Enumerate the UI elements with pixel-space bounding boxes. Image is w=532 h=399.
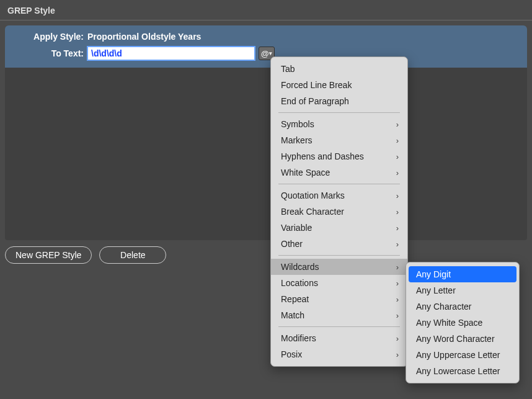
menu-item-end-of-paragraph[interactable]: End of Paragraph bbox=[271, 93, 407, 109]
menu-label: Hyphens and Dashes bbox=[281, 151, 364, 161]
new-grep-style-button[interactable]: New GREP Style bbox=[5, 246, 92, 264]
wildcards-submenu[interactable]: Any Digit Any Letter Any Character Any W… bbox=[406, 262, 520, 383]
menu-item-break-character[interactable]: Break Character› bbox=[271, 204, 407, 220]
submenu-item-any-letter[interactable]: Any Letter bbox=[406, 282, 519, 298]
menu-item-repeat[interactable]: Repeat› bbox=[271, 291, 407, 307]
menu-separator bbox=[278, 112, 400, 113]
menu-label: Any Letter bbox=[416, 285, 456, 295]
menu-label: Quotation Marks bbox=[281, 191, 345, 200]
chevron-right-icon: › bbox=[396, 120, 399, 129]
apply-style-value[interactable]: Proportional Oldstyle Years bbox=[87, 32, 201, 42]
menu-label: White Space bbox=[281, 168, 330, 177]
apply-style-label: Apply Style: bbox=[12, 32, 84, 42]
menu-label: Repeat bbox=[281, 294, 309, 304]
grep-style-entry[interactable]: Apply Style: Proportional Oldstyle Years… bbox=[5, 25, 527, 68]
menu-separator bbox=[278, 255, 400, 256]
menu-separator bbox=[278, 326, 400, 327]
to-text-label: To Text: bbox=[12, 48, 84, 58]
chevron-right-icon: › bbox=[396, 279, 399, 288]
menu-label: Forced Line Break bbox=[281, 80, 352, 90]
panel-title: GREP Style bbox=[0, 0, 532, 20]
chevron-right-icon: › bbox=[396, 311, 399, 320]
menu-label: Match bbox=[281, 310, 304, 320]
menu-label: Tab bbox=[281, 64, 295, 74]
menu-label: Other bbox=[281, 239, 303, 249]
menu-item-tab[interactable]: Tab bbox=[271, 61, 407, 77]
menu-item-markers[interactable]: Markers› bbox=[271, 132, 407, 148]
menu-label: Variable bbox=[281, 223, 312, 233]
chevron-right-icon: › bbox=[396, 168, 399, 177]
chevron-right-icon: › bbox=[396, 207, 399, 217]
submenu-item-any-lowercase-letter[interactable]: Any Lowercase Letter bbox=[406, 363, 519, 379]
delete-button[interactable]: Delete bbox=[99, 246, 166, 264]
submenu-item-any-word-character[interactable]: Any Word Character bbox=[406, 331, 519, 347]
menu-label: Any Lowercase Letter bbox=[416, 366, 500, 376]
chevron-right-icon: › bbox=[396, 191, 399, 200]
menu-label: Any Digit bbox=[416, 269, 451, 279]
chevron-right-icon: › bbox=[396, 223, 399, 233]
submenu-item-any-character[interactable]: Any Character bbox=[406, 298, 519, 315]
submenu-item-any-white-space[interactable]: Any White Space bbox=[406, 315, 519, 331]
at-icon: @ bbox=[261, 49, 269, 58]
menu-item-match[interactable]: Match› bbox=[271, 307, 407, 323]
menu-item-forced-line-break[interactable]: Forced Line Break bbox=[271, 77, 407, 93]
menu-item-white-space[interactable]: White Space› bbox=[271, 164, 407, 181]
menu-item-symbols[interactable]: Symbols› bbox=[271, 116, 407, 132]
chevron-right-icon: › bbox=[396, 136, 399, 145]
chevron-right-icon: › bbox=[396, 262, 399, 272]
menu-label: Any Word Character bbox=[416, 334, 495, 344]
menu-item-modifiers[interactable]: Modifiers› bbox=[271, 330, 407, 346]
menu-item-quotation-marks[interactable]: Quotation Marks› bbox=[271, 187, 407, 204]
chevron-right-icon: › bbox=[396, 240, 399, 249]
chevron-down-icon: ▾ bbox=[269, 50, 272, 56]
menu-item-locations[interactable]: Locations› bbox=[271, 275, 407, 291]
chevron-right-icon: › bbox=[396, 295, 399, 304]
divider bbox=[0, 20, 532, 20]
to-text-input[interactable] bbox=[87, 47, 255, 60]
menu-label: Locations bbox=[281, 278, 318, 288]
menu-item-wildcards[interactable]: Wildcards› bbox=[271, 259, 407, 275]
chevron-right-icon: › bbox=[396, 152, 399, 161]
chevron-right-icon: › bbox=[396, 350, 399, 359]
menu-separator bbox=[278, 184, 400, 184]
grep-styles-list-area bbox=[5, 68, 527, 240]
menu-label: Any Uppercase Letter bbox=[416, 350, 500, 360]
submenu-item-any-digit[interactable]: Any Digit bbox=[409, 266, 516, 282]
menu-label: Posix bbox=[281, 349, 302, 359]
menu-item-variable[interactable]: Variable› bbox=[271, 220, 407, 236]
menu-label: Any White Space bbox=[416, 318, 482, 328]
menu-label: End of Paragraph bbox=[281, 96, 349, 106]
grep-special-menu[interactable]: Tab Forced Line Break End of Paragraph S… bbox=[270, 56, 408, 367]
menu-label: Break Character bbox=[281, 207, 344, 217]
menu-label: Symbols bbox=[281, 119, 314, 129]
chevron-right-icon: › bbox=[396, 334, 399, 343]
menu-label: Markers bbox=[281, 135, 313, 145]
menu-item-posix[interactable]: Posix› bbox=[271, 346, 407, 362]
menu-label: Any Character bbox=[416, 302, 471, 312]
submenu-item-any-uppercase-letter[interactable]: Any Uppercase Letter bbox=[406, 347, 519, 363]
menu-item-hyphens-dashes[interactable]: Hyphens and Dashes› bbox=[271, 148, 407, 164]
menu-item-other[interactable]: Other› bbox=[271, 236, 407, 252]
menu-label: Modifiers bbox=[281, 333, 316, 343]
menu-label: Wildcards bbox=[281, 262, 319, 272]
